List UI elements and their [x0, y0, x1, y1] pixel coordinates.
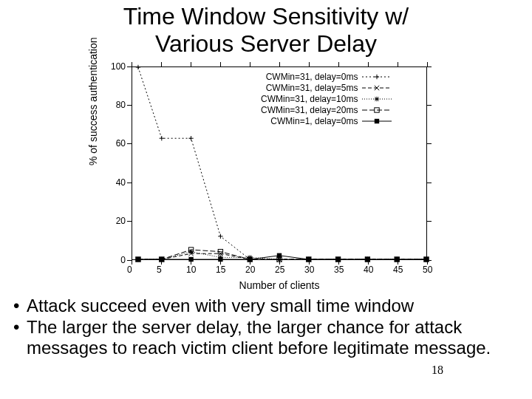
- x-tick-label: 10: [186, 265, 196, 275]
- legend-label: CWMin=31, delay=10ms: [261, 94, 358, 105]
- title-line-1: Time Window Sensitivity w/: [123, 3, 409, 30]
- svg-rect-124: [375, 119, 379, 123]
- y-tick-label: 100: [111, 61, 126, 72]
- bullet-1: Attack succeed even with very small time…: [27, 296, 519, 316]
- bullet-2: The larger the server delay, the larger …: [27, 317, 519, 358]
- x-tick-label: 15: [216, 265, 225, 275]
- y-tick-label: 80: [116, 100, 126, 110]
- y-tick-label: 40: [116, 177, 126, 188]
- y-axis-label: % of success authentication: [87, 37, 99, 166]
- x-axis-label: Number of clients: [132, 279, 427, 291]
- legend-label: CWMin=31, delay=20ms: [261, 105, 358, 116]
- legend-swatch: [362, 72, 392, 81]
- bullet-list: Attack succeed even with very small time…: [0, 296, 532, 358]
- svg-rect-104: [277, 253, 282, 257]
- x-tick-label: 40: [364, 265, 373, 275]
- legend-entry: CWMin=31, delay=20ms: [261, 105, 392, 116]
- legend-entry: CWMin=1, delay=0ms: [261, 116, 392, 127]
- x-tick-label: 45: [393, 265, 403, 275]
- x-tick-label: 25: [275, 265, 284, 275]
- legend-swatch: [362, 95, 392, 103]
- legend-label: CWMin=1, delay=0ms: [270, 116, 358, 127]
- legend-label: CWMin=31, delay=0ms: [266, 72, 358, 83]
- svg-rect-99: [136, 256, 140, 261]
- chart: % of success authentication CWMin=31, de…: [89, 62, 443, 291]
- legend-entry: CWMin=31, delay=0ms: [261, 72, 392, 83]
- svg-rect-109: [424, 256, 429, 261]
- legend-label: CWMin=31, delay=5ms: [266, 83, 358, 94]
- title-line-2: Various Server Delay: [155, 30, 377, 57]
- legend-swatch: [362, 83, 392, 92]
- legend-swatch: [362, 117, 392, 126]
- legend: CWMin=31, delay=0msCWMin=31, delay=5msCW…: [258, 70, 395, 129]
- legend-entry: CWMin=31, delay=10ms: [261, 94, 392, 105]
- page-number: 18: [432, 364, 443, 377]
- y-tick-label: 60: [116, 138, 126, 149]
- x-tick-label: 20: [245, 265, 255, 275]
- legend-entry: CWMin=31, delay=5ms: [261, 83, 392, 94]
- legend-swatch: [362, 106, 392, 115]
- page-title: Time Window Sensitivity w/ Various Serve…: [0, 0, 532, 58]
- x-tick-label: 30: [304, 265, 314, 275]
- x-tick-label: 35: [334, 265, 344, 275]
- x-tick-label: 50: [423, 265, 432, 275]
- x-tick-label: 0: [127, 265, 132, 275]
- y-tick-label: 20: [116, 216, 126, 226]
- y-tick-label: 0: [120, 255, 126, 265]
- x-tick-label: 5: [157, 265, 162, 275]
- plot-area: CWMin=31, delay=0msCWMin=31, delay=5msCW…: [132, 66, 427, 260]
